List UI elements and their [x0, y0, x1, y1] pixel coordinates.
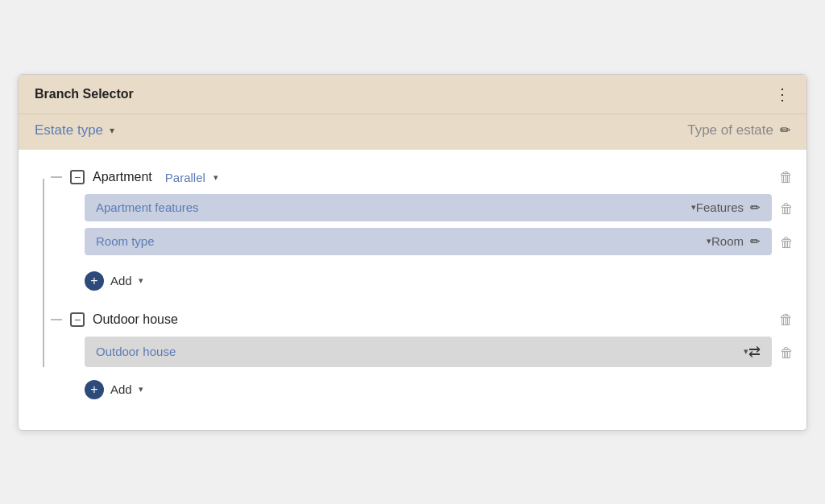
outdoor-house-child-row: Outdoor house ▾ ⇄ 🗑: [85, 337, 794, 370]
parallel-dropdown-arrow[interactable]: ▾: [214, 172, 218, 183]
estate-type-dropdown-arrow[interactable]: ▾: [110, 125, 114, 136]
parallel-badge: Parallel: [165, 171, 205, 184]
outdoor-child-right: ⇄: [748, 343, 761, 361]
panel-header: Branch Selector ⋮: [19, 75, 806, 114]
room-delete-icon[interactable]: 🗑: [780, 235, 794, 251]
tree-item-outdoor: Outdoor house 🗑 Outdoor house ▾ ⇄: [51, 307, 794, 411]
subheader-right: Type of estate ✏: [687, 122, 790, 138]
apartment-header-row: Apartment Parallel ▾ 🗑: [51, 164, 794, 191]
type-of-estate-edit-icon[interactable]: ✏: [780, 122, 790, 138]
apartment-label: Apartment: [93, 170, 152, 184]
room-type-row: Room type ▾ Room ✏ 🗑: [85, 228, 794, 258]
subheader-left: Estate type ▾: [35, 122, 114, 138]
content-area: Apartment Parallel ▾ 🗑 Apartment feature…: [19, 150, 806, 430]
type-of-estate-label: Type of estate: [687, 122, 773, 138]
tree-item-apartment: Apartment Parallel ▾ 🗑 Apartment feature…: [51, 164, 794, 302]
outdoor-add-label[interactable]: Add: [110, 382, 132, 396]
outdoor-header-row: Outdoor house 🗑: [51, 307, 794, 333]
outdoor-shuffle-icon[interactable]: ⇄: [748, 343, 761, 361]
apartment-add-row: Add ▾: [85, 265, 794, 297]
room-type-right: Room ✏: [711, 234, 761, 249]
menu-icon[interactable]: ⋮: [774, 86, 790, 102]
outdoor-house-child: Outdoor house ▾ ⇄: [85, 337, 772, 367]
apartment-add-arrow[interactable]: ▾: [139, 275, 143, 286]
apartment-add-button[interactable]: [85, 271, 104, 291]
room-right-label: Room: [711, 234, 744, 248]
outdoor-delete-icon[interactable]: 🗑: [779, 312, 794, 328]
apartment-collapse-button[interactable]: [70, 170, 85, 184]
outdoor-collapse-button[interactable]: [70, 312, 85, 327]
apartment-features-label: Apartment features: [96, 200, 685, 214]
outdoor-add-arrow[interactable]: ▾: [139, 384, 143, 395]
apartment-add-label[interactable]: Add: [110, 274, 132, 287]
tree-vertical-line: [43, 179, 44, 367]
room-type-label: Room type: [96, 234, 700, 248]
room-type-child: Room type ▾ Room ✏: [85, 228, 772, 255]
subheader: Estate type ▾ Type of estate ✏: [19, 114, 806, 150]
tree-hline-apartment: [51, 176, 62, 178]
outdoor-add-button[interactable]: [85, 380, 104, 399]
outdoor-children: Outdoor house ▾ ⇄ 🗑 Add ▾: [85, 337, 794, 406]
features-delete-icon[interactable]: 🗑: [780, 201, 794, 217]
room-edit-icon[interactable]: ✏: [750, 234, 761, 249]
outdoor-add-row: Add ▾: [85, 374, 794, 406]
outdoor-child-delete-icon[interactable]: 🗑: [780, 345, 794, 361]
apartment-features-right: Features ✏: [696, 200, 761, 215]
apartment-delete-icon[interactable]: 🗑: [779, 169, 794, 186]
apartment-features-row: Apartment features ▾ Features ✏ 🗑: [85, 194, 794, 225]
tree-hline-outdoor: [51, 319, 62, 320]
apartment-children: Apartment features ▾ Features ✏ 🗑 Roo: [85, 194, 794, 297]
estate-type-label[interactable]: Estate type: [35, 122, 103, 138]
features-right-label: Features: [696, 200, 744, 214]
outdoor-child-label: Outdoor house: [96, 345, 737, 358]
panel-title: Branch Selector: [35, 87, 134, 101]
features-edit-icon[interactable]: ✏: [750, 200, 761, 215]
apartment-features-child: Apartment features ▾ Features ✏: [85, 194, 772, 221]
outdoor-label: Outdoor house: [93, 312, 178, 327]
